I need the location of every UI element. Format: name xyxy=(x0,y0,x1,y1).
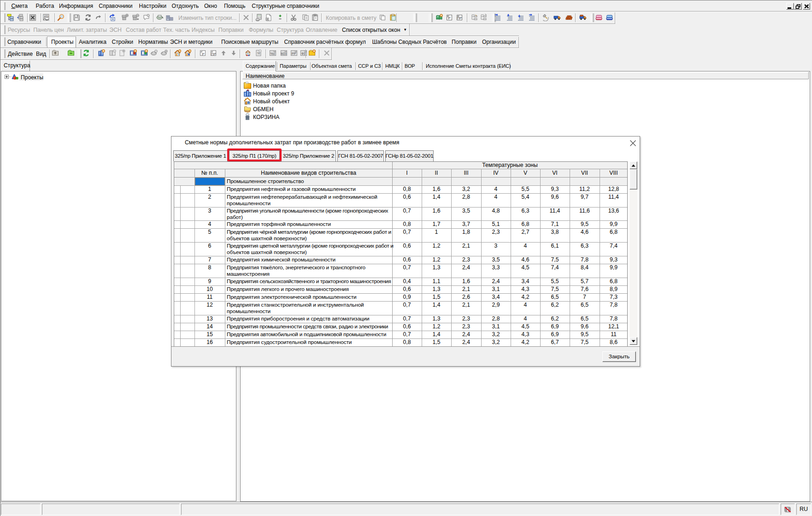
svg-text:РР: РР xyxy=(292,52,296,55)
svg-text:Ф3: Ф3 xyxy=(301,52,306,55)
svg-text:PDF: PDF xyxy=(44,15,49,18)
svg-text:P: P xyxy=(202,52,204,56)
